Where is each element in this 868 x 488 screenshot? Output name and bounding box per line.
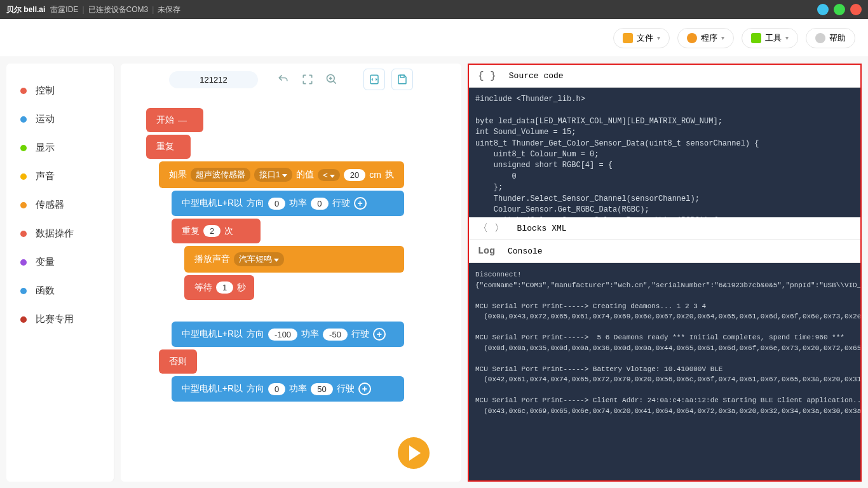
program-label: 程序 <box>701 32 717 44</box>
filename-display[interactable]: 121212 <box>169 71 258 88</box>
direction-input[interactable]: 0 <box>268 198 285 210</box>
file-label: 文件 <box>637 32 653 44</box>
run-button[interactable] <box>398 437 430 469</box>
count-input[interactable]: 2 <box>203 225 220 237</box>
block-category-sidebar: 控制运动显示声音传感器数据操作变量函数比赛专用 <box>6 64 114 482</box>
category-dot-icon <box>20 288 27 294</box>
fullscreen-icon[interactable] <box>301 73 314 86</box>
category-label: 比赛专用 <box>36 313 74 325</box>
save-button[interactable] <box>391 69 413 90</box>
blocks-xml-header[interactable]: 〈 〉 Blocks XML <box>469 217 860 240</box>
category-label: 运动 <box>36 113 55 125</box>
window-minimize-button[interactable] <box>817 4 829 15</box>
motor-block[interactable]: 中型电机L+R以 方向 0 功率 50 行驶 + <box>172 376 404 402</box>
separator: | <box>82 5 84 14</box>
category-item[interactable]: 控制 <box>6 76 114 105</box>
category-item[interactable]: 显示 <box>6 133 114 162</box>
block-canvas[interactable]: 121212 开始 — 重复 如果 超声波传感器 接口1 <box>121 64 461 482</box>
code-panel: { } Source code #include <Thunder_lib.h>… <box>468 64 862 482</box>
power-input[interactable]: 50 <box>311 383 332 395</box>
question-icon <box>815 33 825 43</box>
power-input[interactable]: 0 <box>311 198 328 210</box>
chevron-down-icon: ▾ <box>721 34 724 41</box>
port-dropdown[interactable]: 接口1 <box>254 168 292 182</box>
window-maximize-button[interactable] <box>834 4 845 15</box>
else-block[interactable]: 否则 <box>159 349 197 374</box>
value-input[interactable]: 20 <box>344 169 365 181</box>
source-code-view[interactable]: #include <Thunder_lib.h> byte led_data[L… <box>469 88 860 217</box>
category-label: 传感器 <box>36 199 64 211</box>
category-label: 声音 <box>36 170 55 182</box>
power-input[interactable]: -50 <box>323 329 348 341</box>
category-dot-icon <box>20 173 27 180</box>
category-item[interactable]: 函数 <box>6 276 114 305</box>
add-icon[interactable]: + <box>373 328 386 341</box>
log-label: Log <box>478 246 495 257</box>
angle-brackets-icon: 〈 〉 <box>478 222 505 235</box>
help-menu[interactable]: 帮助 <box>806 28 855 48</box>
direction-input[interactable]: -100 <box>268 329 297 341</box>
zoom-in-icon[interactable] <box>325 73 338 86</box>
window-close-button[interactable] <box>850 4 862 15</box>
export-code-button[interactable] <box>363 69 385 90</box>
tools-label: 工具 <box>765 32 782 44</box>
motor-block[interactable]: 中型电机L+R以 方向 -100 功率 -50 行驶 + <box>172 322 404 347</box>
source-title: Source code <box>509 71 564 81</box>
category-dot-icon <box>20 145 27 151</box>
category-label: 变量 <box>36 256 55 268</box>
category-dot-icon <box>20 202 27 208</box>
motor-block[interactable]: 中型电机L+R以 方向 0 功率 0 行驶 + <box>172 191 404 216</box>
sensor-dropdown[interactable]: 超声波传感器 <box>191 168 250 182</box>
block-stack: 开始 — 重复 如果 超声波传感器 接口1 的值 < 20 cm 执 中型电机L… <box>146 108 404 404</box>
start-block[interactable]: 开始 — <box>146 108 203 132</box>
category-label: 函数 <box>36 285 55 297</box>
seconds-input[interactable]: 1 <box>216 281 233 294</box>
chevron-down-icon: ▾ <box>657 34 660 41</box>
chevron-down-icon: ▾ <box>785 34 789 41</box>
play-sound-block[interactable]: 播放声音 汽车短鸣 <box>184 246 404 273</box>
xml-title: Blocks XML <box>517 224 567 233</box>
log-console-view[interactable]: Disconnect! {"comName":"COM3","manufactu… <box>469 263 860 480</box>
category-dot-icon <box>20 88 27 94</box>
category-label: 显示 <box>36 142 55 154</box>
separator: | <box>152 5 154 14</box>
category-item[interactable]: 声音 <box>6 162 114 191</box>
program-menu[interactable]: 程序 ▾ <box>677 28 734 48</box>
save-status: 未保存 <box>158 4 180 15</box>
sound-dropdown[interactable]: 汽车短鸣 <box>234 252 284 266</box>
category-dot-icon <box>20 259 27 266</box>
file-menu[interactable]: 文件 ▾ <box>613 28 670 48</box>
category-dot-icon <box>20 316 27 323</box>
operator-dropdown[interactable]: < <box>318 169 340 181</box>
connection-status: 已连接设备COM3 <box>88 4 149 15</box>
add-icon[interactable]: + <box>354 197 367 210</box>
titlebar: 贝尔 bell.ai 雷霆IDE | 已连接设备COM3 | 未保存 <box>0 0 868 19</box>
repeat-block[interactable]: 重复 <box>146 135 191 159</box>
category-item[interactable]: 传感器 <box>6 191 114 219</box>
repeat-count-block[interactable]: 重复 2 次 <box>172 219 261 243</box>
wait-block[interactable]: 等待 1 秒 <box>184 275 254 300</box>
brand-logo: 贝尔 bell.ai <box>6 4 45 15</box>
braces-icon: { } <box>478 71 496 82</box>
source-code-header[interactable]: { } Source code <box>469 65 860 88</box>
category-item[interactable]: 变量 <box>6 248 114 276</box>
category-item[interactable]: 运动 <box>6 105 114 133</box>
category-item[interactable]: 数据操作 <box>6 219 114 248</box>
category-item[interactable]: 比赛专用 <box>6 305 114 334</box>
app-name: 雷霆IDE <box>50 4 78 15</box>
help-label: 帮助 <box>829 32 846 44</box>
console-title: Console <box>508 247 543 256</box>
canvas-toolbar: 121212 <box>121 64 461 95</box>
category-dot-icon <box>20 231 27 237</box>
category-dot-icon <box>20 116 27 123</box>
if-block[interactable]: 如果 超声波传感器 接口1 的值 < 20 cm 执 <box>159 161 404 188</box>
undo-icon[interactable] <box>277 73 290 86</box>
direction-input[interactable]: 0 <box>268 383 285 395</box>
log-console-header[interactable]: Log Console <box>469 240 860 263</box>
category-label: 数据操作 <box>36 227 74 240</box>
link-icon <box>687 33 697 43</box>
category-label: 控制 <box>36 85 55 97</box>
tools-menu[interactable]: 工具 ▾ <box>742 28 798 48</box>
toolbar: 文件 ▾ 程序 ▾ 工具 ▾ 帮助 <box>0 19 868 57</box>
add-icon[interactable]: + <box>358 383 371 395</box>
